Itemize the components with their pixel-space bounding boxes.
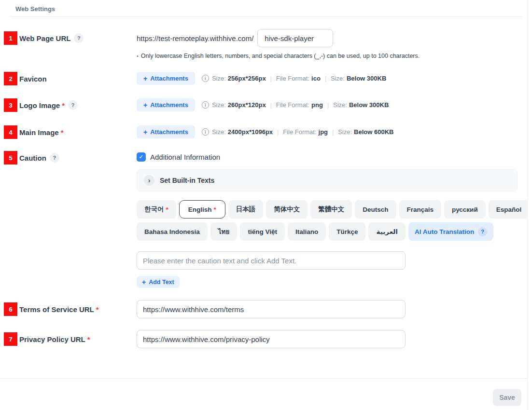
help-icon[interactable]: ?	[478, 227, 487, 236]
terms-url-label-col: 6 Terms of Service URL *	[0, 300, 137, 318]
favicon-file-info: i Size: 256px*256px | File Format: ico |…	[202, 75, 386, 82]
favicon-attachments-button[interactable]: + Attachments	[137, 72, 195, 85]
plus-icon: +	[143, 101, 147, 109]
main-image-label: Main Image	[19, 128, 59, 137]
logo-image-label: Logo Image	[19, 101, 60, 109]
caution-label-col: 5 Caution ?	[0, 151, 137, 164]
set-builtin-texts-panel[interactable]: › Set Built-in Texts	[137, 169, 518, 191]
lang-label: ไทย	[218, 226, 230, 237]
url-prefix-text: https://test-remoteplay.withhive.com/	[137, 34, 253, 42]
lang-label: 日本語	[236, 205, 256, 214]
field-number-badge: 2	[4, 72, 17, 85]
terms-url-label: Terms of Service URL	[19, 305, 94, 314]
favicon-content: + Attachments i Size: 256px*256px | File…	[137, 72, 527, 85]
privacy-url-content	[137, 330, 527, 348]
required-marker: *	[87, 335, 90, 343]
attachments-button-label: Attachments	[150, 128, 188, 136]
logo-file-info: i Size: 260px*120px | File Format: png |…	[202, 101, 389, 109]
bullet-icon: •	[137, 53, 139, 59]
format-label: File Format:	[276, 101, 309, 109]
lang-tab-thai[interactable]: ไทย	[210, 222, 238, 241]
main-image-attachments-button[interactable]: + Attachments	[137, 125, 195, 138]
lang-tab-german[interactable]: Deutsch	[355, 200, 396, 219]
lang-label: tiếng Việt	[248, 228, 277, 235]
page-title: Web Settings	[15, 5, 55, 13]
lang-tab-vietnamese[interactable]: tiếng Việt	[240, 222, 285, 241]
lang-label: Italiano	[295, 228, 318, 235]
caution-text-input[interactable]	[137, 251, 406, 270]
favicon-label-col: 2 Favicon	[0, 72, 137, 85]
separator: |	[270, 75, 272, 82]
lang-tab-italian[interactable]: Italiano	[288, 222, 326, 241]
lang-tab-english[interactable]: English *	[179, 200, 225, 219]
url-note: • Only lowercase English letters, number…	[137, 53, 527, 59]
additional-info-row: ✓ Additional Information	[137, 151, 527, 163]
lang-label: Español	[496, 206, 522, 213]
privacy-url-label: Privacy Policy URL	[19, 335, 85, 343]
required-marker: *	[62, 101, 65, 109]
lang-tab-indonesian[interactable]: Bahasa Indonesia	[137, 222, 208, 241]
language-tabs-row-2: Bahasa Indonesia ไทย tiếng Việt Italiano…	[137, 222, 527, 241]
additional-info-label: Additional Information	[150, 153, 220, 161]
help-icon[interactable]: ?	[74, 33, 84, 43]
field-number-badge: 4	[4, 125, 17, 139]
web-page-url-content: https://test-remoteplay.withhive.com/ • …	[137, 29, 527, 59]
separator: |	[332, 129, 334, 136]
lang-tab-french[interactable]: Français	[399, 200, 442, 219]
size-label: Size:	[212, 75, 226, 82]
save-button[interactable]: Save	[493, 389, 521, 406]
language-tabs-row-1: 한국어 * English * 日本語 简体中文 繁體中文	[137, 200, 527, 219]
caution-content: ✓ Additional Information › Set Built-in …	[137, 151, 527, 288]
format-value: png	[311, 101, 323, 109]
info-icon: i	[202, 75, 209, 82]
check-icon: ✓	[139, 153, 143, 160]
size-value: 2400px*1096px	[228, 128, 273, 136]
required-marker: *	[61, 128, 64, 137]
lang-tab-spanish[interactable]: Español	[489, 200, 528, 219]
lang-tab-traditional-chinese[interactable]: 繁體中文	[310, 200, 352, 219]
chevron-right-icon[interactable]: ›	[144, 175, 154, 186]
lang-tab-russian[interactable]: русский	[444, 200, 486, 219]
info-icon: i	[202, 128, 209, 136]
lang-label: العربية	[376, 228, 397, 235]
lang-tab-turkish[interactable]: Türkçe	[329, 222, 365, 241]
filesize-value: Below 300KB	[347, 75, 386, 82]
separator: |	[277, 129, 279, 136]
main-image-content: + Attachments i Size: 2400px*1096px | Fi…	[137, 125, 527, 138]
lang-tab-korean[interactable]: 한국어 *	[137, 200, 176, 219]
add-text-button[interactable]: + Add Text	[137, 276, 180, 288]
row-web-page-url: 1 Web Page URL ? https://test-remoteplay…	[0, 29, 527, 59]
field-number-badge: 5	[4, 151, 17, 164]
logo-image-label-col: 3 Logo Image * ?	[0, 98, 137, 112]
privacy-url-input[interactable]	[137, 330, 406, 348]
web-settings-card: Web Settings 1 Web Page URL ? https://te…	[0, 0, 528, 410]
help-icon[interactable]: ?	[50, 153, 59, 163]
add-text-button-label: Add Text	[149, 279, 174, 286]
lang-tab-arabic[interactable]: العربية	[368, 222, 405, 241]
filesize-value: Below 600KB	[354, 128, 393, 136]
plus-icon: +	[143, 75, 147, 82]
ai-auto-translation-button[interactable]: AI Auto Translation ?	[408, 222, 493, 241]
format-label: File Format:	[283, 128, 316, 136]
filesize-label: Size:	[338, 128, 352, 136]
attachments-button-label: Attachments	[150, 101, 188, 109]
url-line: https://test-remoteplay.withhive.com/	[137, 29, 527, 47]
terms-url-input[interactable]	[137, 300, 406, 318]
logo-attachments-button[interactable]: + Attachments	[137, 98, 195, 111]
field-number-badge: 1	[4, 31, 17, 45]
caution-input-wrap	[137, 251, 527, 270]
required-marker: *	[214, 206, 216, 213]
additional-info-checkbox[interactable]: ✓	[137, 152, 146, 162]
chevron-glyph: ›	[148, 177, 151, 184]
row-terms-url: 6 Terms of Service URL *	[0, 300, 527, 318]
lang-label: Bahasa Indonesia	[144, 228, 200, 235]
field-number-badge: 3	[4, 98, 17, 112]
format-value: ico	[311, 75, 321, 82]
favicon-label: Favicon	[19, 75, 47, 83]
url-slug-input[interactable]	[257, 29, 333, 47]
lang-tab-japanese[interactable]: 日本語	[228, 200, 264, 219]
lang-tab-simplified-chinese[interactable]: 简体中文	[266, 200, 308, 219]
plus-icon: +	[143, 128, 147, 136]
size-label: Size:	[212, 101, 226, 109]
help-icon[interactable]: ?	[68, 100, 78, 110]
